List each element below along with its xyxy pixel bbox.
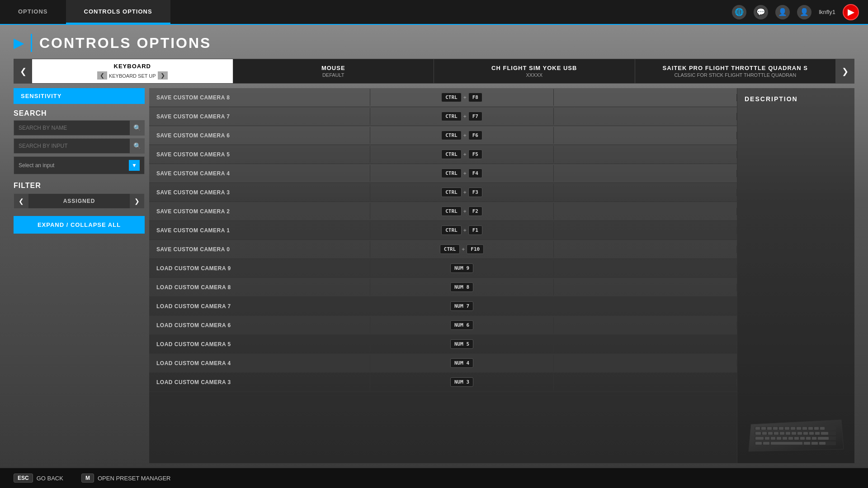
svg-rect-6 bbox=[767, 427, 772, 430]
key-badge-main: F6 bbox=[468, 131, 482, 140]
key-badge-main: F4 bbox=[468, 169, 482, 178]
ch-yoke-tab-name: CH FLIGHT SIM YOKE USB bbox=[439, 65, 630, 71]
saitek-tab-sub: CLASSIC FOR STICK FLIGHT THROTTLE QUADRA… bbox=[640, 72, 831, 78]
keybind-key-cell: CTRL+F6 bbox=[370, 127, 553, 144]
device-tab-saitek[interactable]: SAITEK PRO FLIGHT THROTTLE QUADRAN S CLA… bbox=[635, 59, 836, 83]
table-row[interactable]: SAVE CUSTOM CAMERA 6CTRL+F6 bbox=[149, 126, 737, 145]
table-row[interactable]: LOAD CUSTOM CAMERA 4NUM 4 bbox=[149, 354, 737, 373]
key-badge-single: NUM 9 bbox=[450, 263, 473, 273]
keybind-device2-cell bbox=[554, 341, 737, 348]
device-tab-mouse[interactable]: MOUSE DEFAULT bbox=[233, 59, 434, 83]
table-row[interactable]: LOAD CUSTOM CAMERA 6NUM 6 bbox=[149, 316, 737, 335]
main-layout: SENSITIVITY SEARCH 🔍 🔍 Select an input ▼… bbox=[14, 88, 854, 463]
filter-next-btn[interactable]: ❯ bbox=[130, 194, 144, 208]
content-area: ▶ CONTROLS OPTIONS ❮ KEYBOARD ❮ KEYBOARD… bbox=[0, 25, 868, 468]
search-by-name-row: 🔍 bbox=[14, 120, 145, 136]
search-by-name-icon[interactable]: 🔍 bbox=[130, 121, 144, 135]
filter-prev-btn[interactable]: ❮ bbox=[14, 194, 28, 208]
page-title-row: ▶ CONTROLS OPTIONS bbox=[14, 34, 854, 52]
keybind-key-cell: NUM 3 bbox=[370, 374, 553, 390]
table-row[interactable]: SAVE CUSTOM CAMERA 0CTRL+F10 bbox=[149, 240, 737, 259]
select-input-dropdown[interactable]: Select an input ▼ bbox=[14, 156, 145, 174]
keybind-table[interactable]: SAVE CUSTOM CAMERA 8CTRL+F8SAVE CUSTOM C… bbox=[149, 88, 737, 463]
chat-icon[interactable]: 💬 bbox=[754, 5, 768, 19]
tab-options[interactable]: OPTIONS bbox=[0, 0, 66, 24]
svg-rect-24 bbox=[803, 432, 808, 435]
brand-logo: ▶ bbox=[843, 4, 859, 20]
keybind-device2-cell bbox=[554, 227, 737, 234]
keybind-action-cell: SAVE CUSTOM CAMERA 8 bbox=[149, 91, 370, 104]
key-badge-main: F8 bbox=[468, 93, 482, 102]
keybind-action-cell: SAVE CUSTOM CAMERA 3 bbox=[149, 186, 370, 199]
table-row[interactable]: LOAD CUSTOM CAMERA 9NUM 9 bbox=[149, 259, 737, 278]
svg-rect-37 bbox=[812, 437, 816, 440]
svg-rect-30 bbox=[771, 437, 775, 440]
open-preset-manager-action[interactable]: M OPEN PRESET MANAGER bbox=[81, 474, 171, 483]
key-plus-symbol: + bbox=[463, 94, 467, 101]
device-tab-ch-yoke[interactable]: CH FLIGHT SIM YOKE USB XXXXX bbox=[434, 59, 635, 83]
device-tabs: ❮ KEYBOARD ❮ KEYBOARD SET UP ❯ MOUSE DEF… bbox=[14, 59, 854, 84]
keybind-key-cell: CTRL+F5 bbox=[370, 146, 553, 163]
sensitivity-button[interactable]: SENSITIVITY bbox=[14, 88, 145, 104]
key-badge-main: F2 bbox=[468, 206, 482, 216]
svg-rect-44 bbox=[819, 442, 826, 445]
device-tab-next-btn[interactable]: ❯ bbox=[836, 59, 854, 83]
svg-rect-12 bbox=[802, 427, 807, 430]
search-by-name-input[interactable] bbox=[14, 122, 130, 134]
keybind-key-cell: CTRL+F2 bbox=[370, 203, 553, 220]
go-back-action[interactable]: ESC GO BACK bbox=[14, 474, 63, 483]
device-tab-prev-btn[interactable]: ❮ bbox=[14, 59, 32, 83]
person-icon[interactable]: 👤 bbox=[775, 5, 790, 19]
key-badge-single: NUM 3 bbox=[450, 377, 473, 387]
key-badge-single: NUM 6 bbox=[450, 320, 473, 330]
table-row[interactable]: SAVE CUSTOM CAMERA 2CTRL+F2 bbox=[149, 202, 737, 221]
table-row[interactable]: SAVE CUSTOM CAMERA 3CTRL+F3 bbox=[149, 183, 737, 202]
keybind-key-cell: CTRL+F10 bbox=[370, 241, 553, 258]
svg-rect-21 bbox=[786, 432, 790, 435]
svg-rect-20 bbox=[780, 432, 784, 435]
table-row[interactable]: SAVE CUSTOM CAMERA 4CTRL+F4 bbox=[149, 164, 737, 183]
bottom-bar: ESC GO BACK M OPEN PRESET MANAGER bbox=[0, 468, 868, 488]
table-row[interactable]: LOAD CUSTOM CAMERA 3NUM 3 bbox=[149, 373, 737, 392]
key-badge-modifier: CTRL bbox=[441, 93, 462, 102]
key-badge-main: F1 bbox=[468, 225, 482, 235]
esc-key-hint: ESC bbox=[14, 474, 33, 483]
search-by-input-icon[interactable]: 🔍 bbox=[130, 139, 144, 153]
key-badge-modifier: CTRL bbox=[441, 225, 462, 235]
keyboard-sub-next[interactable]: ❯ bbox=[158, 71, 168, 80]
table-row[interactable]: LOAD CUSTOM CAMERA 7NUM 7 bbox=[149, 297, 737, 316]
table-row[interactable]: SAVE CUSTOM CAMERA 8CTRL+F8 bbox=[149, 88, 737, 107]
page-title: CONTROLS OPTIONS bbox=[39, 35, 211, 52]
profile-icon[interactable]: 👤 bbox=[797, 5, 811, 19]
expand-collapse-button[interactable]: EXPAND / COLLAPSE ALL bbox=[14, 216, 145, 234]
filter-section: FILTER ❮ ASSIGNED ❯ bbox=[14, 180, 145, 209]
key-plus-symbol: + bbox=[463, 151, 467, 158]
table-row[interactable]: SAVE CUSTOM CAMERA 5CTRL+F5 bbox=[149, 145, 737, 164]
device-tab-keyboard[interactable]: KEYBOARD ❮ KEYBOARD SET UP ❯ bbox=[32, 59, 233, 83]
username: lknfly1 bbox=[819, 9, 835, 15]
svg-rect-33 bbox=[788, 437, 793, 440]
globe-icon[interactable]: 🌐 bbox=[732, 5, 746, 19]
key-plus-symbol: + bbox=[463, 189, 467, 196]
keybind-device2-cell bbox=[554, 151, 737, 158]
table-row[interactable]: SAVE CUSTOM CAMERA 1CTRL+F1 bbox=[149, 221, 737, 240]
keybind-device2-cell bbox=[554, 379, 737, 386]
table-row[interactable]: SAVE CUSTOM CAMERA 7CTRL+F7 bbox=[149, 107, 737, 126]
tab-controls-options[interactable]: CONTROLS OPTIONS bbox=[66, 0, 170, 24]
table-row[interactable]: LOAD CUSTOM CAMERA 8NUM 8 bbox=[149, 278, 737, 297]
search-section: SEARCH 🔍 🔍 Select an input ▼ bbox=[14, 109, 145, 174]
svg-rect-34 bbox=[794, 437, 799, 440]
keybind-action-cell: SAVE CUSTOM CAMERA 7 bbox=[149, 110, 370, 123]
svg-rect-19 bbox=[774, 432, 778, 435]
svg-rect-11 bbox=[797, 427, 801, 430]
keyboard-sub-prev[interactable]: ❮ bbox=[97, 71, 107, 80]
filter-label: FILTER bbox=[14, 182, 145, 190]
search-by-input-input[interactable] bbox=[14, 140, 130, 152]
svg-rect-5 bbox=[761, 427, 766, 430]
keybind-device2-cell bbox=[554, 284, 737, 291]
description-panel: DESCRIPTION bbox=[737, 88, 854, 463]
keybind-action-cell: SAVE CUSTOM CAMERA 0 bbox=[149, 243, 370, 256]
svg-rect-41 bbox=[771, 442, 802, 445]
keybind-device2-cell bbox=[554, 113, 737, 120]
table-row[interactable]: LOAD CUSTOM CAMERA 5NUM 5 bbox=[149, 335, 737, 354]
